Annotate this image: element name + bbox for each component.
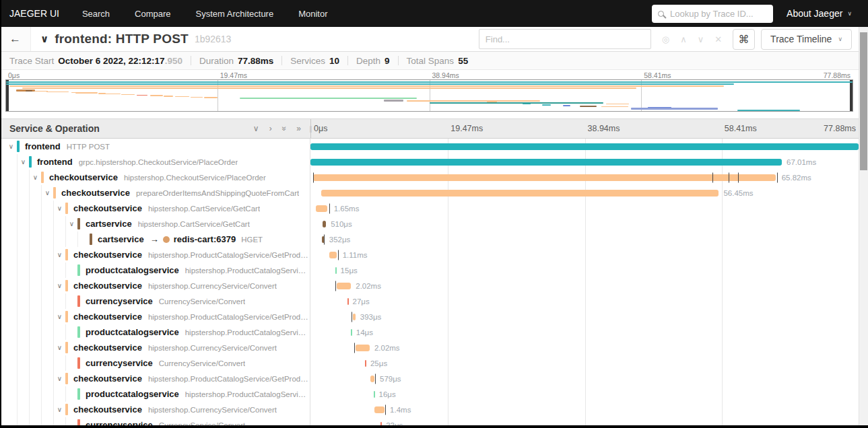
nav-item-search[interactable]: Search <box>82 9 110 19</box>
indent-guide <box>18 231 30 247</box>
summary-label: Trace Start <box>9 56 54 66</box>
span-tree-node[interactable]: ∨checkoutservicehipstershop.ProductCatal… <box>0 309 310 324</box>
span-tree-node[interactable]: ∨cartservicehipstershop.CartService/GetC… <box>0 216 310 231</box>
span-bar[interactable] <box>323 221 326 227</box>
service-name: checkoutservice <box>73 203 142 213</box>
span-bar[interactable] <box>351 329 352 336</box>
span-tree-node[interactable]: ∨checkoutservicehipstershop.CurrencyServ… <box>0 340 310 355</box>
service-name: checkoutservice <box>73 343 142 353</box>
span-bar[interactable] <box>370 376 374 382</box>
chevron-down-icon[interactable]: ∨ <box>54 205 65 212</box>
span-log-tick <box>354 343 355 353</box>
chevron-down-icon[interactable]: ∨ <box>54 282 65 289</box>
chevron-down-icon[interactable]: ∨ <box>54 251 65 258</box>
span-bar[interactable] <box>313 174 776 181</box>
span-tree-node[interactable]: ∨checkoutservicehipstershop.CartService/… <box>0 201 310 216</box>
span-tree-node[interactable]: currencyserviceCurrencyService/Convert <box>0 293 310 309</box>
minimap-scrubber-right[interactable] <box>850 80 853 111</box>
trace-lookup-input[interactable] <box>669 8 767 20</box>
nav-item-system-architecture[interactable]: System Architecture <box>196 9 274 19</box>
span-duration-label: 510μs <box>331 220 352 228</box>
span-bar[interactable] <box>347 298 349 305</box>
span-tree-node[interactable]: ∨frontendHTTP POST <box>0 139 310 154</box>
find-input[interactable] <box>479 29 651 49</box>
find-prev-icon[interactable]: ∧ <box>680 35 687 44</box>
trace-id: 1b92613 <box>195 34 232 44</box>
chevron-down-icon[interactable]: ∨ <box>5 143 17 150</box>
trace-lookup-box[interactable] <box>652 5 773 23</box>
service-name: cartservice <box>86 219 132 229</box>
collapse-one-icon[interactable]: ∨ <box>253 124 259 133</box>
indent-guide <box>54 231 66 247</box>
span-duration-label: 1.11ms <box>343 251 368 259</box>
minimap-span <box>240 98 417 99</box>
scrollbar-thumb[interactable] <box>860 32 867 170</box>
indent-guide <box>5 231 18 247</box>
collapse-all-icon[interactable]: » <box>279 127 289 131</box>
find-next-icon[interactable]: ∨ <box>698 35 704 44</box>
timeline-header: Service & Operation ∨ › » » ∥ 0μs19.47ms… <box>0 118 868 139</box>
expand-all-icon[interactable]: » <box>296 124 301 133</box>
focus-target-icon[interactable]: ◎ <box>662 35 669 44</box>
expand-one-icon[interactable]: › <box>269 124 272 133</box>
span-bar[interactable] <box>321 190 719 197</box>
span-tree-node[interactable]: ∨checkoutservicehipstershop.CheckoutServ… <box>0 170 310 185</box>
span-tree-node[interactable]: productcatalogservicehipstershop.Product… <box>0 262 310 278</box>
indent-guide <box>66 231 78 247</box>
chevron-down-icon[interactable]: ∨ <box>54 344 65 351</box>
app-brand[interactable]: JAEGER UI <box>9 8 59 19</box>
span-duration-label: 25μs <box>370 359 387 367</box>
minimap-span <box>6 81 853 83</box>
span-duration-label: 2.02ms <box>356 282 381 290</box>
collapse-trace-chevron-icon[interactable]: ∨ <box>40 33 48 45</box>
summary-label: Depth <box>356 56 380 66</box>
minimap-canvas[interactable] <box>5 79 853 112</box>
span-bar[interactable] <box>353 314 356 320</box>
trace-view-selector[interactable]: Trace Timeline ∨ <box>761 29 852 50</box>
span-bar[interactable] <box>337 283 351 289</box>
time-tick-label: 77.88ms <box>824 124 856 133</box>
minimap-span <box>22 87 637 89</box>
span-tree-node[interactable]: ∨checkoutservicehipstershop.ProductCatal… <box>0 247 310 262</box>
about-jaeger-menu[interactable]: About Jaeger ∨ <box>787 8 852 19</box>
chevron-down-icon[interactable]: ∨ <box>54 375 65 382</box>
span-tree-node[interactable]: cartservice→redis-cart:6379HGET <box>0 231 310 247</box>
span-duration-label: 579μs <box>380 375 401 383</box>
span-bar[interactable] <box>356 345 370 351</box>
service-color-bar <box>29 156 32 168</box>
chevron-down-icon[interactable]: ∨ <box>66 220 77 227</box>
nav-item-compare[interactable]: Compare <box>135 9 170 19</box>
span-bar[interactable] <box>335 267 337 274</box>
indent-guide <box>5 324 18 340</box>
span-bar[interactable] <box>365 360 366 367</box>
keyboard-shortcuts-button[interactable]: ⌘ <box>733 29 755 50</box>
span-bar[interactable] <box>316 205 327 212</box>
service-color-bar <box>17 141 20 152</box>
chevron-down-icon[interactable]: ∨ <box>42 189 53 197</box>
span-tree-node[interactable]: productcatalogservicehipstershop.Product… <box>0 386 310 402</box>
chevron-down-icon[interactable]: ∨ <box>30 174 41 181</box>
chevron-down-icon[interactable]: ∨ <box>18 158 29 166</box>
span-tree-node[interactable]: productcatalogservicehipstershop.Product… <box>0 324 310 340</box>
span-bar[interactable] <box>310 159 782 166</box>
span-tree-node[interactable]: ∨checkoutservicehipstershop.ProductCatal… <box>0 371 310 386</box>
span-tree-node[interactable]: ∨checkoutserviceprepareOrderItemsAndShip… <box>0 185 310 201</box>
chevron-down-icon[interactable]: ∨ <box>54 406 65 413</box>
service-name: cartservice <box>98 234 144 244</box>
nav-item-monitor[interactable]: Monitor <box>298 9 327 19</box>
span-tree-node[interactable]: ∨checkoutservicehipstershop.CurrencyServ… <box>0 402 310 417</box>
span-tree-node[interactable]: currencyserviceCurrencyService/Convert <box>0 355 310 371</box>
back-button[interactable]: ← <box>0 27 31 51</box>
chevron-down-icon[interactable]: ∨ <box>54 313 65 320</box>
indent-guide <box>5 216 18 231</box>
span-tree-node[interactable]: ∨checkoutservicehipstershop.CurrencyServ… <box>0 278 310 293</box>
span-bar[interactable] <box>374 406 385 413</box>
span-bar[interactable] <box>329 252 337 258</box>
span-row-timeline <box>310 139 859 154</box>
span-bar[interactable] <box>310 143 859 150</box>
vertical-scrollbar[interactable] <box>859 27 868 425</box>
span-tree-node[interactable]: ∨frontendgrpc.hipstershop.CheckoutServic… <box>0 154 310 170</box>
find-clear-icon[interactable]: ✕ <box>714 35 722 44</box>
service-color-bar <box>65 311 68 322</box>
span-bar[interactable] <box>374 391 375 398</box>
